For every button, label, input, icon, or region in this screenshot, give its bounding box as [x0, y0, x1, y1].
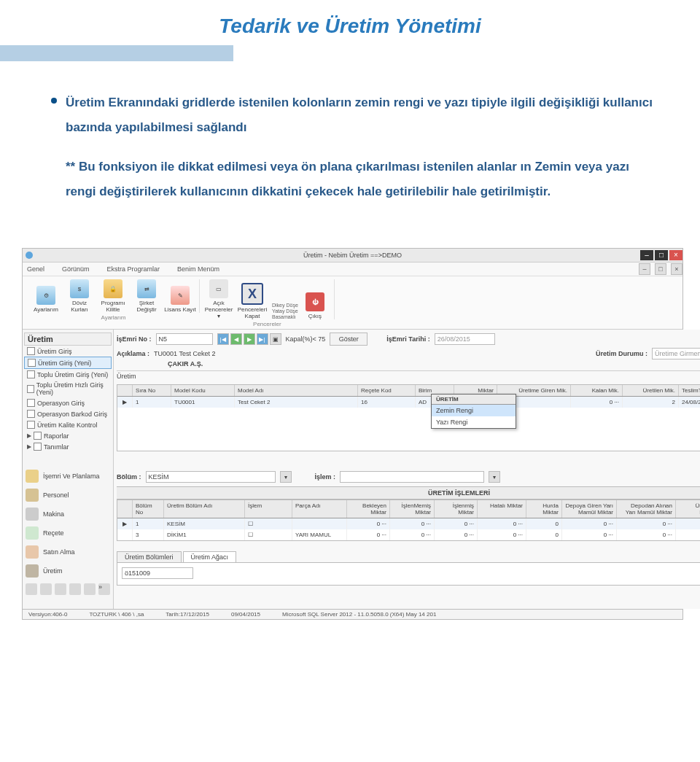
rb-basamakli[interactable]: Basamaklı	[272, 314, 298, 319]
gh[interactable]: Bölüm No	[133, 500, 164, 518]
small-icon[interactable]	[26, 583, 37, 595]
dropdown-icon[interactable]: ▾	[280, 471, 292, 483]
ctx-yazi-rengi[interactable]: Yazı Rengi	[432, 416, 516, 428]
sb-uretim-giris[interactable]: Üretim Giriş	[24, 346, 112, 357]
gh[interactable]: Üretim Bölüm Adı	[164, 500, 245, 518]
sbg-makina[interactable]: Makina	[24, 505, 112, 524]
small-icon[interactable]	[84, 583, 96, 595]
sb-raporlar[interactable]: ▶Raporlar	[24, 430, 112, 441]
sb-operasyon-giris[interactable]: Operasyon Giriş	[24, 397, 112, 408]
gh-uretilen[interactable]: Üretilen Mik.	[623, 385, 679, 396]
rb-cikis[interactable]: ⏻Çıkış	[299, 292, 331, 319]
gh[interactable]: İşlenmiş Miktar	[435, 500, 478, 518]
fld-bolum[interactable]: KESİM	[146, 471, 276, 483]
gh-sira[interactable]: Sıra No	[133, 385, 171, 396]
sbg-satinalma[interactable]: Satın Alma	[24, 543, 112, 561]
cell: 16	[358, 397, 416, 408]
nav-prev-icon[interactable]: ◀	[230, 333, 242, 345]
menu-genel[interactable]: Genel	[27, 265, 44, 273]
mdi-close-icon[interactable]: ×	[671, 263, 682, 275]
doc-body: Üretim Ekranındaki gridlerde istenilen k…	[0, 90, 700, 226]
menu-ekstra[interactable]: Ekstra Programlar	[107, 265, 160, 273]
fld-isemri-tarihi[interactable]: 26/08/2015	[435, 333, 495, 345]
lbl-isemri-no: İşEmri No :	[117, 335, 152, 343]
rb-lisans[interactable]: ✎Lisans Kayıt	[164, 286, 196, 313]
mdi-max-icon[interactable]: □	[655, 263, 666, 275]
overflow-icon[interactable]: »	[98, 583, 110, 595]
company-name: ÇAKIR A.Ş.	[168, 360, 700, 368]
tab-uretim-agaci[interactable]: Üretim Ağacı	[183, 551, 237, 562]
grid2-row[interactable]: ▶ 1 KESİM ☐ 0 ··· 0 ··· 0 ··· 0 ··· 0 0 …	[117, 518, 700, 529]
cell: 0 ···	[617, 529, 676, 540]
gh[interactable]: Depoya Giren Yarı Mamül Miktar	[562, 500, 617, 518]
sb-operasyon-barkod[interactable]: Operasyon Barkod Giriş	[24, 408, 112, 419]
sbg-uretim[interactable]: Üretim	[24, 561, 112, 580]
grid2-row[interactable]: 3 DİKİM1 ☐ YARI MAMUL 0 ··· 0 ··· 0 ··· …	[117, 529, 700, 540]
paper-icon	[26, 526, 39, 540]
small-icon[interactable]	[55, 583, 66, 595]
nav-first-icon[interactable]: |◀	[217, 333, 229, 345]
gh[interactable]: Depodan Alınan Yarı Mamül Miktar	[617, 500, 676, 518]
rb-acik-pencereler[interactable]: ▭Açık Pencereler ▾	[203, 279, 235, 319]
cell: 0 ···	[676, 529, 700, 540]
fld-islem[interactable]	[340, 471, 484, 483]
gh-kalan[interactable]: Kalan Mik.	[571, 385, 623, 396]
gh-recete[interactable]: Reçete Kod	[358, 385, 416, 396]
small-icon[interactable]	[69, 583, 81, 595]
rb-ayarlarim[interactable]: ⚙Ayarlarım	[30, 286, 62, 313]
cell: Test Ceket 2	[235, 397, 358, 408]
gh[interactable]: İşlenMemiş Miktar	[390, 500, 435, 518]
cell-checkbox[interactable]: ☐	[245, 518, 292, 529]
menu-gorunum[interactable]: Görünüm	[62, 265, 90, 273]
ctx-zemin-rengi[interactable]: Zemin Rengi	[432, 405, 516, 416]
power-icon: ⏻	[306, 292, 324, 311]
sb-uretim-giris-yeni[interactable]: Üretim Giriş (Yeni)	[24, 357, 112, 369]
sbg-personel[interactable]: Personel	[24, 486, 112, 505]
sb-tanimlar[interactable]: ▶Tanımlar	[24, 441, 112, 452]
gh[interactable]: Parça Adı	[292, 500, 347, 518]
sb-toplu-hizli[interactable]: Toplu Üretim Hızlı Giriş (Yeni)	[24, 380, 112, 397]
dropdown-icon[interactable]: ▾	[489, 471, 500, 483]
sbg-isemri[interactable]: İşemri Ve Planlama	[24, 467, 112, 486]
rb-sirket[interactable]: ⇄Şirket Değiştir	[131, 279, 163, 313]
column-context-menu: ÜRETİM Zemin Rengi Yazı Rengi	[431, 394, 516, 429]
gh[interactable]: Üretilen Miktar	[676, 500, 700, 518]
cell: DİKİM1	[164, 529, 245, 540]
btn-goster[interactable]: Göster	[330, 333, 368, 346]
cell: 0	[526, 529, 562, 540]
sb-toplu-uretim[interactable]: Toplu Üretim Giriş (Yeni)	[24, 369, 112, 380]
rb-kilitle[interactable]: 🔒Programı Kilitle	[97, 279, 129, 313]
grid1-row[interactable]: ▶ 1 TU0001 Test Ceket 2 16 AD 0 ··· 2 24…	[117, 397, 700, 408]
rb-kapat[interactable]: XPencereleri Kapat	[236, 283, 268, 319]
sb-kalite-kontrol[interactable]: Üretim Kalite Kontrol	[24, 419, 112, 430]
gh-model-adi[interactable]: Model Adı	[235, 385, 358, 396]
sbg-recete[interactable]: Reçete	[24, 524, 112, 543]
gh-model-kodu[interactable]: Model Kodu	[171, 385, 235, 396]
status-version: Versiyon:406-0	[28, 611, 67, 618]
tp-id-field[interactable]: ö151009	[122, 567, 193, 579]
row-arrow-icon: ▶	[117, 397, 133, 408]
rb-dikey[interactable]: Dikey Döşe	[272, 303, 298, 308]
tab-uretim-bolumleri[interactable]: Üretim Bölümleri	[117, 551, 182, 562]
gh[interactable]: Hatalı Miktar	[478, 500, 526, 518]
nav-next-icon[interactable]: ▶	[244, 333, 255, 345]
status-user: TOZTURK \ 406 \ ,sa	[89, 611, 144, 618]
tab-uretim[interactable]: Üretim	[117, 370, 700, 380]
small-icon[interactable]	[40, 583, 52, 595]
fld-uretim-durumu[interactable]: Üretime Girmemiş	[652, 348, 700, 359]
fld-isemri-no[interactable]: N5	[156, 333, 213, 345]
gh-teslim[interactable]: TeslimTarihi	[679, 385, 700, 396]
rb-yatay[interactable]: Yatay Döşe	[272, 308, 298, 314]
cell-checkbox[interactable]: ☐	[245, 529, 292, 540]
menu-benim[interactable]: Benim Menüm	[177, 265, 219, 273]
mdi-min-icon[interactable]: –	[639, 263, 650, 275]
gh[interactable]: Bekleyen Miktar	[347, 500, 390, 518]
ribbon-group-ayarlarim: ⚙Ayarlarım $Döviz Kurları 🔒Programı Kili…	[27, 279, 200, 313]
nav-extra-icon[interactable]: ▣	[270, 333, 281, 345]
nav-last-icon[interactable]: ▶|	[257, 333, 268, 345]
gh[interactable]: Hurda Miktar	[526, 500, 562, 518]
doc-title: Tedarik ve Üretim Yönetimi	[0, 15, 700, 38]
gh[interactable]: İşlem	[245, 500, 292, 518]
rb-doviz[interactable]: $Döviz Kurları	[63, 279, 96, 313]
cell: 0 ···	[347, 529, 390, 540]
